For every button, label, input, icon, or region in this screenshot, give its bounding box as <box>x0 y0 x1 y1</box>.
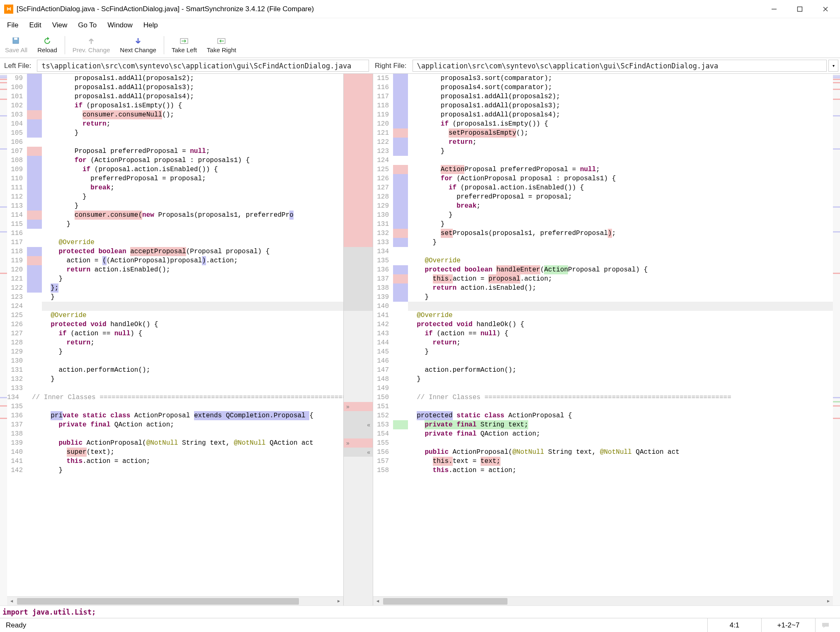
code-line[interactable]: 100 proposals1.addAll(proposals3); <box>7 83 343 92</box>
menu-help[interactable]: Help <box>138 19 163 31</box>
code-line[interactable]: 140 super(text); <box>7 448 343 457</box>
code-line[interactable]: 104 return; <box>7 119 343 128</box>
diff-link[interactable]: » <box>344 402 373 411</box>
code-line[interactable]: 128 preferredProposal = proposal; <box>373 192 833 201</box>
code-line[interactable]: 126 for (ActionProposal proposal : propo… <box>373 174 833 183</box>
code-line[interactable]: 119 proposals1.addAll(proposals4); <box>373 110 833 119</box>
left-horizontal-scrollbar[interactable]: ◂ ▸ <box>7 596 343 605</box>
code-line[interactable]: 155 <box>373 438 833 448</box>
code-line[interactable]: 129 break; <box>373 201 833 211</box>
code-line[interactable]: 123 } <box>373 147 833 156</box>
diff-link[interactable] <box>344 247 373 311</box>
diff-link[interactable]: « <box>344 448 373 457</box>
code-line[interactable]: 139 } <box>373 293 833 302</box>
code-line[interactable]: 141 @Override <box>373 311 833 320</box>
code-line[interactable]: 130 } <box>373 211 833 220</box>
code-line[interactable]: 133 } <box>373 238 833 247</box>
minimize-button[interactable] <box>761 1 787 17</box>
code-line[interactable]: 138 return action.isEnabled(); <box>373 283 833 293</box>
code-line[interactable]: 134 <box>373 247 833 256</box>
menu-view[interactable]: View <box>47 19 73 31</box>
code-line[interactable]: 134 // Inner Classes ===================… <box>7 393 343 402</box>
code-line[interactable]: 130 <box>7 356 343 366</box>
code-line[interactable]: 107 Proposal preferredProposal = null; <box>7 147 343 156</box>
code-line[interactable]: 109 if (proposal.action.isEnabled()) { <box>7 165 343 174</box>
code-line[interactable]: 153 private final String text; <box>373 420 833 429</box>
code-line[interactable]: 121 } <box>7 274 343 283</box>
code-line[interactable]: 121 setProposalsEmpty(); <box>373 128 833 138</box>
toolbar-take-right[interactable]: Take Right <box>202 34 241 57</box>
code-line[interactable]: 124 <box>373 156 833 165</box>
menu-edit[interactable]: Edit <box>24 19 46 31</box>
code-line[interactable]: 108 for (ActionProposal proposal : propo… <box>7 156 343 165</box>
code-line[interactable]: 136 protected boolean handleEnter(Action… <box>373 265 833 274</box>
code-line[interactable]: 102 if (proposals1.isEmpty()) { <box>7 101 343 110</box>
diff-link[interactable]: « <box>344 411 373 438</box>
code-line[interactable]: 135 <box>7 402 343 411</box>
code-line[interactable]: 122 }; <box>7 283 343 293</box>
right-file-menu-button[interactable]: ▾ <box>828 60 838 72</box>
code-line[interactable]: 144 return; <box>373 338 833 347</box>
code-line[interactable]: 118 proposals1.addAll(proposals3); <box>373 101 833 110</box>
right-horizontal-scrollbar[interactable]: ◂ ▸ <box>373 596 833 605</box>
diff-link[interactable]: » <box>344 438 373 448</box>
code-line[interactable]: 150 // Inner Classes ===================… <box>373 393 833 402</box>
code-line[interactable]: 111 break; <box>7 183 343 192</box>
menu-window[interactable]: Window <box>102 19 138 31</box>
code-line[interactable]: 125 ActionProposal preferredProposal = n… <box>373 165 833 174</box>
code-line[interactable]: 152 protected static class ActionProposa… <box>373 411 833 420</box>
code-line[interactable]: 137 private final QAction action; <box>7 420 343 429</box>
maximize-button[interactable] <box>787 1 813 17</box>
code-line[interactable]: 125 @Override <box>7 311 343 320</box>
code-line[interactable]: 106 <box>7 138 343 147</box>
code-line[interactable]: 158 this.action = action; <box>373 466 833 475</box>
code-line[interactable]: 116 proposals4.sort(comparator); <box>373 83 833 92</box>
code-line[interactable]: 115 } <box>7 220 343 229</box>
code-line[interactable]: 127 if (proposal.action.isEnabled()) { <box>373 183 833 192</box>
code-line[interactable]: 112 } <box>7 192 343 201</box>
code-line[interactable]: 142 protected void handleOk() { <box>373 320 833 329</box>
code-line[interactable]: 145 } <box>373 347 833 356</box>
code-line[interactable]: 129 } <box>7 347 343 356</box>
left-editor-pane[interactable]: 99 proposals1.addAll(proposals2);100 pro… <box>7 74 343 605</box>
code-line[interactable]: 120 return action.isEnabled(); <box>7 265 343 274</box>
code-line[interactable]: 124 <box>7 302 343 311</box>
toolbar-next-change[interactable]: Next Change <box>115 34 161 57</box>
code-line[interactable]: 148 } <box>373 375 833 384</box>
code-line[interactable]: 140 <box>373 302 833 311</box>
code-line[interactable]: 146 <box>373 356 833 366</box>
code-line[interactable]: 110 preferredProposal = proposal; <box>7 174 343 183</box>
code-line[interactable]: 131 } <box>373 220 833 229</box>
code-line[interactable]: 126 protected void handleOk() { <box>7 320 343 329</box>
close-button[interactable] <box>813 1 838 17</box>
left-overview-ruler[interactable] <box>0 74 7 605</box>
right-editor-pane[interactable]: 115 proposals3.sort(comparator);116 prop… <box>373 74 833 605</box>
code-line[interactable]: 120 if (proposals1.isEmpty()) { <box>373 119 833 128</box>
code-line[interactable]: 143 if (action == null) { <box>373 329 833 338</box>
code-line[interactable]: 141 this.action = action; <box>7 457 343 466</box>
left-file-path[interactable]: ts\application\src\com\syntevo\sc\applic… <box>37 60 369 72</box>
right-file-path[interactable]: \application\src\com\syntevo\sc\applicat… <box>413 60 827 72</box>
code-line[interactable]: 142 } <box>7 466 343 475</box>
code-line[interactable]: 127 if (action == null) { <box>7 329 343 338</box>
toolbar-reload[interactable]: Reload <box>32 34 62 57</box>
code-line[interactable]: 105 } <box>7 128 343 138</box>
code-line[interactable]: 114 consumer.consume(new Proposals(propo… <box>7 211 343 220</box>
menu-go-to[interactable]: Go To <box>73 19 102 31</box>
code-line[interactable]: 115 proposals3.sort(comparator); <box>373 74 833 83</box>
code-line[interactable]: 101 proposals1.addAll(proposals4); <box>7 92 343 101</box>
code-line[interactable]: 117 proposals1.addAll(proposals2); <box>373 92 833 101</box>
code-line[interactable]: 156 public ActionProposal(@NotNull Strin… <box>373 448 833 457</box>
code-line[interactable]: 122 return; <box>373 138 833 147</box>
code-line[interactable]: 119 action = ((ActionProposal)proposal).… <box>7 256 343 265</box>
menu-file[interactable]: File <box>2 19 24 31</box>
code-line[interactable]: 128 return; <box>7 338 343 347</box>
code-line[interactable]: 123 } <box>7 293 343 302</box>
code-line[interactable]: 151 <box>373 402 833 411</box>
code-line[interactable]: 99 proposals1.addAll(proposals2); <box>7 74 343 83</box>
code-line[interactable]: 135 @Override <box>373 256 833 265</box>
code-line[interactable]: 137 this.action = proposal.action; <box>373 274 833 283</box>
code-line[interactable]: 138 <box>7 429 343 438</box>
code-line[interactable]: 154 private final QAction action; <box>373 429 833 438</box>
code-line[interactable]: 103 consumer.consumeNull(); <box>7 110 343 119</box>
